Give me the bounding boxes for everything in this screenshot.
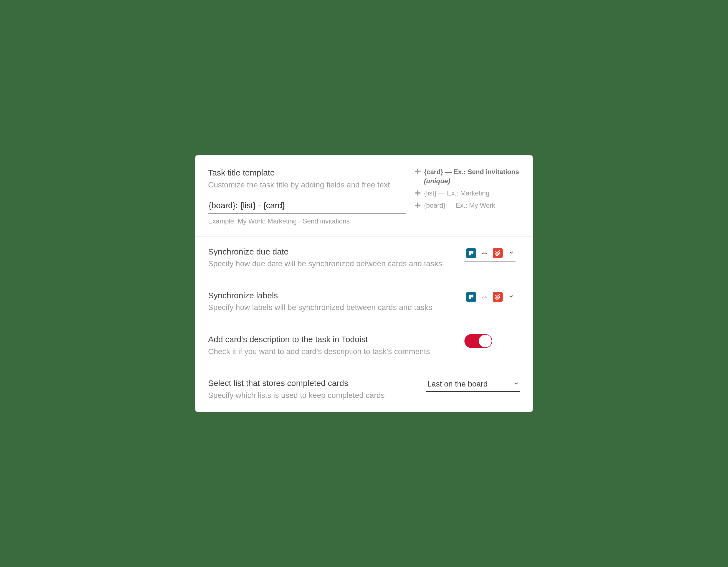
setting-subtitle: Customize the task title by adding field… [208, 180, 405, 190]
token-chip-board[interactable]: {board} — Ex.: My Work [414, 201, 520, 210]
trello-icon [466, 292, 476, 302]
svg-rect-1 [471, 251, 473, 254]
token-example: Ex.: Send invitations [454, 168, 519, 176]
chevron-down-icon [509, 250, 514, 257]
setting-subtitle: Specify how labels will be synchronized … [208, 302, 454, 313]
template-tokens: {card} — Ex.: Send invitations (unique) … [414, 168, 520, 210]
token-tag: {card} [424, 168, 443, 176]
section-sync-due-date: Synchronize due date Specify how due dat… [195, 236, 533, 280]
setting-title: Select list that stores completed cards [208, 378, 416, 388]
example-prefix: Example: [208, 218, 238, 225]
token-chip-card[interactable]: {card} — Ex.: Send invitations (unique) [414, 168, 520, 186]
setting-title: Synchronize due date [208, 247, 454, 257]
token-example: Ex.: My Work [456, 202, 495, 209]
setting-title: Add card's description to the task in To… [208, 334, 454, 345]
sync-direction-select[interactable]: ↔ [464, 290, 515, 305]
chevron-down-icon [509, 293, 514, 300]
example-value: My Work: Marketing - Send invitations [238, 218, 350, 225]
trello-icon [466, 248, 476, 258]
template-example: Example: My Work: Marketing - Send invit… [208, 218, 405, 225]
chevron-down-icon [514, 380, 519, 388]
bidirectional-arrow-icon: ↔ [481, 293, 488, 301]
section-add-description: Add card's description to the task in To… [195, 324, 533, 368]
add-description-toggle[interactable] [464, 334, 492, 348]
token-tag: {list} [424, 189, 436, 197]
bidirectional-arrow-icon: ↔ [481, 249, 488, 257]
task-title-template-input[interactable] [208, 199, 406, 214]
setting-subtitle: Check it if you want to add card's descr… [208, 346, 454, 357]
token-chip-list[interactable]: {list} — Ex.: Marketing [414, 189, 520, 198]
toggle-knob [479, 335, 492, 347]
setting-subtitle: Specify how due date will be synchronize… [208, 259, 454, 269]
svg-rect-2 [469, 295, 471, 299]
settings-panel: Task title template Customize the task t… [195, 155, 533, 412]
completed-list-select[interactable]: Last on the board [426, 378, 520, 392]
token-unique: (unique) [424, 177, 450, 185]
setting-subtitle: Specify which lists is used to keep comp… [208, 390, 416, 401]
plus-icon [414, 202, 421, 209]
plus-icon [414, 190, 421, 196]
sync-direction-select[interactable]: ↔ [464, 247, 515, 262]
completed-list-value: Last on the board [427, 379, 488, 388]
todoist-icon [493, 292, 503, 302]
setting-title: Synchronize labels [208, 290, 454, 301]
token-tag: {board} [424, 202, 445, 209]
plus-icon [414, 168, 421, 175]
svg-rect-3 [471, 295, 473, 297]
svg-rect-0 [469, 251, 471, 256]
todoist-icon [493, 248, 503, 258]
setting-title: Task title template [208, 168, 405, 178]
section-sync-labels: Synchronize labels Specify how labels wi… [195, 280, 533, 324]
token-example: Ex.: Marketing [447, 189, 489, 197]
section-completed-list: Select list that stores completed cards … [195, 368, 533, 411]
section-task-title-template: Task title template Customize the task t… [195, 155, 533, 236]
